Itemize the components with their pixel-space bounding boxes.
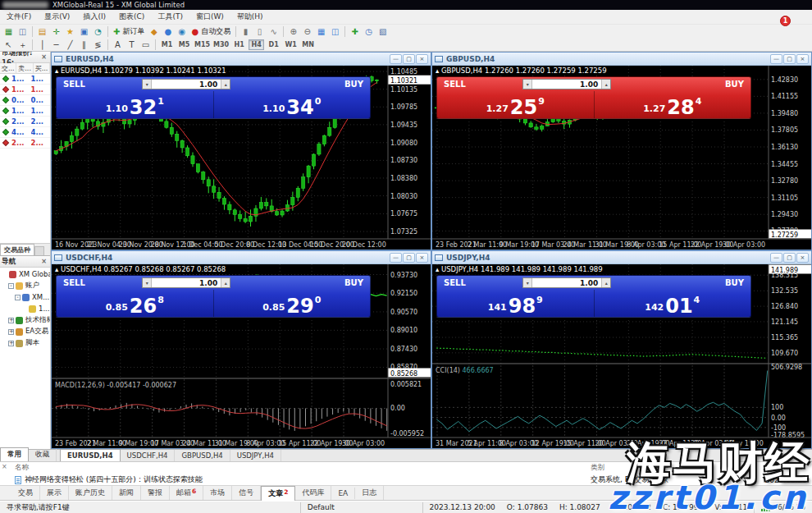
navigator-item-indicators[interactable]: +技术指标 bbox=[0, 314, 50, 326]
volume-increment-icon[interactable]: ▴ bbox=[601, 278, 610, 287]
chart-tab[interactable]: EURUSD,H4 bbox=[60, 449, 121, 461]
timeframe-mn[interactable]: MN bbox=[300, 39, 316, 50]
buy-price[interactable]: 0.85290 bbox=[214, 290, 371, 317]
market-watch-column[interactable]: 卖... bbox=[16, 63, 33, 73]
periods-icon[interactable]: ◷ bbox=[362, 25, 376, 38]
volume-input[interactable]: ▾1.00▴ bbox=[522, 277, 611, 288]
menu-item[interactable]: 帮助(H) bbox=[230, 10, 270, 24]
text-icon[interactable]: A bbox=[111, 39, 125, 51]
terminal-tab-文章[interactable]: 文章2 bbox=[261, 486, 295, 501]
volume-decrement-icon[interactable]: ▾ bbox=[143, 80, 152, 89]
terminal-tab-邮箱[interactable]: 邮箱6 bbox=[170, 486, 203, 500]
chart-body[interactable]: 23 Feb 20212 Mar 11:009 Mar 19:0017 Mar … bbox=[432, 66, 811, 250]
status-profile[interactable]: Default bbox=[301, 502, 423, 513]
menu-item[interactable]: 工具(T) bbox=[151, 10, 189, 24]
shapes-icon[interactable]: ▭ bbox=[139, 39, 153, 51]
chart-body[interactable]: 23 Feb 20212 Mar 11:009 Mar 19:0017 Mar … bbox=[52, 264, 431, 448]
chart-window-titlebar[interactable]: USDJPY,H4—▢× bbox=[432, 251, 811, 264]
chart-window-titlebar[interactable]: USDCHF,H4—▢× bbox=[52, 251, 431, 264]
timeframe-m30[interactable]: M30 bbox=[212, 39, 230, 50]
market-watch-row[interactable]: 2...2... bbox=[0, 138, 50, 149]
market-watch-row[interactable]: 0...0... bbox=[0, 95, 50, 106]
market-watch-row[interactable]: 1...1... bbox=[0, 74, 50, 85]
terminal-col-name[interactable]: 名称 bbox=[0, 463, 591, 473]
timeframe-h4[interactable]: H4 bbox=[249, 39, 264, 50]
sell-button[interactable]: SELL bbox=[63, 80, 85, 89]
vertical-line-icon[interactable]: │ bbox=[35, 39, 49, 51]
buy-price[interactable]: 1.27284 bbox=[595, 91, 751, 118]
candlestick-chart-icon[interactable]: ▯ bbox=[253, 25, 267, 38]
tile-windows-icon[interactable]: ▦ bbox=[314, 25, 328, 38]
sell-price[interactable]: 1.27259 bbox=[437, 91, 595, 118]
channel-icon[interactable]: ∥ bbox=[77, 39, 91, 51]
restore-icon[interactable]: ▢ bbox=[403, 54, 415, 64]
new-chart-icon[interactable]: ▦ bbox=[2, 25, 16, 38]
chart-tab[interactable]: USDJPY,H4 bbox=[230, 450, 281, 461]
terminal-tab-信号[interactable]: 信号 bbox=[232, 486, 261, 500]
chart-window-titlebar[interactable]: GBPUSD,H4—▢× bbox=[432, 53, 811, 66]
terminal-tab-展示[interactable]: 展示 bbox=[40, 486, 69, 500]
templates-icon[interactable]: ▧ bbox=[376, 25, 390, 38]
chart-body[interactable]: 16 Nov 202321 Nov 04:0023 Nov 20:0028 No… bbox=[52, 66, 431, 250]
close-icon[interactable]: × bbox=[416, 253, 428, 263]
sell-button[interactable]: SELL bbox=[444, 278, 466, 287]
volume-increment-icon[interactable]: ▴ bbox=[221, 80, 230, 89]
market-watch-row[interactable]: 2...2... bbox=[0, 117, 50, 127]
zoom-in-icon[interactable]: ⊕ bbox=[286, 25, 300, 38]
market-watch-row[interactable]: 4...4... bbox=[0, 127, 50, 138]
terminal-col-category[interactable]: 类别 bbox=[591, 463, 812, 473]
crosshair-icon[interactable]: ＋ bbox=[16, 39, 30, 51]
article-row[interactable]: 神经网络变得轻松 (第四十五部分)：训练状态探索技能 交易系统, EA交易, 专… bbox=[0, 474, 812, 486]
community-icon[interactable]: ● bbox=[161, 25, 175, 38]
menu-item[interactable]: 窗口(W) bbox=[189, 10, 230, 24]
navigator-item-accounts[interactable]: -账户 bbox=[0, 280, 50, 291]
chart-tab[interactable]: USDCHF,H4 bbox=[121, 450, 176, 461]
menu-item[interactable]: 文件(F) bbox=[0, 10, 38, 24]
chart-body[interactable]: 31 Mar 20215 Apr 11:008 Apr 03:0012 Apr … bbox=[432, 264, 811, 448]
fibonacci-icon[interactable]: ≶ bbox=[91, 39, 105, 51]
close-icon[interactable]: × bbox=[796, 54, 809, 64]
expand-icon[interactable]: + bbox=[8, 341, 14, 346]
terminal-tab-警报[interactable]: 警报 bbox=[141, 486, 170, 500]
notification-badge[interactable]: 1 bbox=[780, 16, 791, 26]
panel-tab-收藏[interactable]: 收藏 bbox=[29, 448, 57, 461]
buy-button[interactable]: BUY bbox=[344, 80, 363, 89]
label-icon[interactable]: T bbox=[125, 39, 139, 51]
close-icon[interactable]: × bbox=[39, 258, 48, 265]
sell-button[interactable]: SELL bbox=[444, 80, 466, 89]
close-icon[interactable]: × bbox=[416, 54, 428, 64]
minimize-icon[interactable]: — bbox=[390, 54, 402, 64]
horizontal-line-icon[interactable]: ─ bbox=[49, 39, 63, 51]
volume-input[interactable]: ▾1.00▴ bbox=[142, 277, 230, 288]
close-icon[interactable]: × bbox=[796, 253, 809, 263]
volume-decrement-icon[interactable]: ▾ bbox=[143, 278, 152, 287]
timeframe-w1[interactable]: W1 bbox=[283, 39, 299, 50]
close-icon[interactable]: × bbox=[39, 53, 48, 61]
volume-increment-icon[interactable]: ▴ bbox=[601, 80, 610, 89]
cursor-icon[interactable]: ↖ bbox=[2, 39, 16, 51]
timeframe-h1[interactable]: H1 bbox=[231, 39, 247, 50]
menu-item[interactable]: 图表(C) bbox=[112, 10, 151, 24]
minimize-icon[interactable]: — bbox=[770, 54, 782, 64]
navigator-item-account[interactable]: 1... bbox=[0, 303, 50, 314]
collapse-icon[interactable]: - bbox=[15, 295, 21, 300]
timeframe-m5[interactable]: M5 bbox=[176, 39, 192, 50]
bar-chart-icon[interactable]: ▮ bbox=[239, 25, 253, 38]
terminal-tab-代码库[interactable]: 代码库 bbox=[295, 486, 331, 500]
profiles-icon[interactable]: ◫ bbox=[16, 25, 30, 38]
navigator-item-scripts[interactable]: +脚本 bbox=[0, 337, 50, 349]
volume-decrement-icon[interactable]: ▾ bbox=[523, 278, 532, 287]
help-globe-icon[interactable]: ◉ bbox=[175, 25, 189, 38]
navigator-icon[interactable]: ★ bbox=[63, 25, 77, 38]
sell-price[interactable]: 141989 bbox=[437, 290, 595, 317]
close-icon[interactable]: × bbox=[2, 463, 7, 470]
restore-icon[interactable]: ▢ bbox=[403, 253, 415, 263]
timeframe-m15[interactable]: M15 bbox=[194, 39, 211, 50]
terminal-tab-EA[interactable]: EA bbox=[331, 488, 355, 499]
cascade-windows-icon[interactable]: ◫ bbox=[328, 25, 342, 38]
restore-icon[interactable]: ▢ bbox=[783, 54, 796, 64]
buy-button[interactable]: BUY bbox=[344, 278, 363, 287]
zoom-out-icon[interactable]: ⊖ bbox=[300, 25, 314, 38]
market-watch-tab[interactable]: 交易品种 bbox=[0, 244, 34, 255]
trendline-icon[interactable]: ╱ bbox=[63, 39, 77, 51]
